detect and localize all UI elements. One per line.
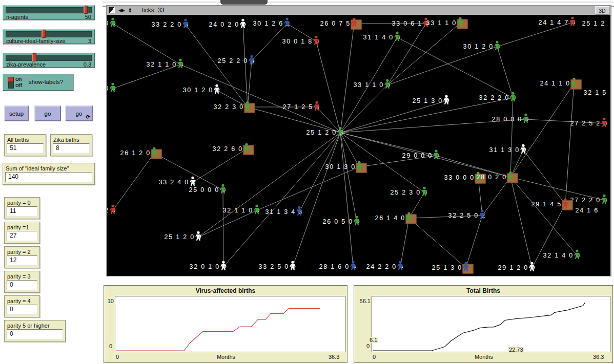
slider-handle[interactable] (32, 53, 36, 61)
person-agent (569, 17, 576, 29)
monitor-value: 51 (7, 143, 44, 154)
person-agent (351, 18, 357, 30)
monitor-value: 11 (7, 206, 37, 217)
person-agent (356, 161, 362, 173)
person-agent (529, 262, 535, 274)
plot-title: Virus-affected births (104, 287, 347, 294)
person-agent (290, 261, 296, 273)
person-agent (254, 205, 260, 217)
person-agent (220, 261, 227, 273)
slider-value: 50 (85, 14, 91, 20)
person-agent (110, 18, 116, 30)
switch-off-label: Off (15, 82, 22, 89)
monitor-label: parity 5 or higher (7, 323, 63, 329)
monitor-sum-ideal-family-size: Sum of "ideal family size" 140 (3, 163, 95, 185)
monitor-label: Zika births (53, 137, 89, 143)
monitor-label: Sum of "ideal family size" (6, 165, 92, 172)
forever-loop-icon: ⟳ (86, 114, 90, 120)
person-agent (177, 59, 183, 71)
plot-title: Total Births (354, 287, 612, 294)
plot-virus-affected-births: Virus-affected births 10 0 0 Months 36.3 (104, 285, 347, 363)
monitor-value: 8 (53, 143, 90, 154)
x-tick-max: 36.3 (593, 354, 604, 360)
person-agent (394, 32, 400, 44)
network-agents-layer: 0 033 2 2 0 324 0 2 0 030 1 2 6 126 0 7 … (107, 15, 610, 276)
setup-button-label: setup (9, 111, 24, 117)
switch-show-labels[interactable]: On Off show-labels? (3, 74, 73, 91)
person-agent (397, 261, 403, 273)
monitor-label: parity = 3 (7, 273, 37, 280)
agent-label: 25 1 2 (582, 20, 605, 27)
person-agent (520, 144, 526, 156)
monitor-label: parity = 2 (7, 249, 37, 255)
view-title-bar: ◀▶ ▲▼ ticks: 33 3D (107, 6, 611, 14)
monitor-parity-5-plus: parity 5 or higher 0 (4, 320, 66, 342)
ticks-counter: ticks: 33 (142, 7, 165, 14)
person-agent (523, 114, 529, 125)
person-agent (574, 250, 580, 262)
person-agent (406, 212, 412, 224)
person-agent (571, 78, 577, 90)
x-axis-label: Months (354, 354, 613, 360)
slider-handle[interactable] (84, 6, 88, 14)
go-button[interactable]: go (34, 105, 61, 121)
go-forever-button-label: go (76, 111, 83, 117)
monitor-label: All births (7, 137, 43, 143)
slider-label: n-agents (6, 14, 28, 20)
person-agent (313, 36, 319, 48)
plot-area (372, 296, 610, 352)
monitor-parity-4: parity = 4 0 (4, 295, 40, 317)
monitor-zika-births: Zika births 8 (50, 134, 92, 156)
world-canvas[interactable]: 0 033 2 2 0 324 0 2 0 030 1 2 6 126 0 7 … (107, 15, 610, 276)
person-agent (350, 261, 356, 273)
person-agent (240, 19, 246, 31)
person-agent (354, 216, 360, 228)
plot-line-virus-affected-births (116, 308, 320, 351)
monitor-label: parity = 0 (7, 200, 37, 206)
monitor-label: parity =1 (7, 224, 37, 230)
slider-n-agents: n-agents 50 (3, 5, 95, 20)
person-agent (249, 55, 255, 67)
agent-label: 32 1 5 (583, 89, 607, 96)
y-tick-max: 10 (106, 298, 114, 304)
y-tick-min: 0 (109, 343, 112, 349)
y-tick-max: 56.1 (355, 298, 371, 304)
horizontal-arrows-icon: ◀▶ (118, 8, 125, 13)
monitor-value: 0 (7, 329, 63, 339)
person-agent (601, 118, 607, 130)
monitor-value: 0 (7, 305, 37, 315)
plot-line-total-births (373, 303, 585, 351)
slider-handle[interactable] (42, 30, 46, 38)
plot-area (115, 296, 345, 352)
y-tick-min: 0 (366, 343, 370, 349)
person-agent (296, 206, 302, 218)
monitor-parity-3: parity = 3 0 (4, 271, 40, 293)
person-agent (494, 41, 500, 53)
slider-label: culture-ideal-family-size (6, 38, 66, 44)
person-agent (384, 79, 391, 91)
person-agent (220, 184, 226, 196)
person-agent (151, 147, 157, 159)
switch-track[interactable] (8, 77, 14, 89)
monitor-value: 27 (7, 231, 37, 241)
go-forever-button[interactable]: go ⟳ (65, 105, 93, 121)
switch-label: show-labels? (29, 79, 63, 85)
view-3d-button[interactable]: 3D (595, 6, 609, 15)
vertical-arrows-icon: ▲▼ (128, 8, 132, 13)
person-agent (443, 95, 449, 107)
person-agent (110, 83, 116, 95)
person-agent (457, 17, 463, 29)
slider-culture-ideal-family-size: culture-ideal-family-size 3 (3, 29, 95, 44)
switch-on-label: On (15, 76, 22, 82)
x-axis-label: Months (104, 354, 348, 360)
setup-button[interactable]: setup (4, 105, 29, 121)
monitor-parity-0: parity = 0 11 (4, 197, 40, 219)
switch-knob[interactable] (8, 77, 13, 82)
slider-track (6, 7, 92, 13)
x-tick-max: 36.3 (329, 354, 339, 360)
person-agent (507, 172, 514, 183)
person-agent (421, 187, 427, 199)
agent-label: 24 1 6 (575, 207, 599, 214)
slider-zika-prevalence: zika-prevalence 0.3 (3, 53, 95, 68)
resize-view-icon (109, 7, 115, 13)
